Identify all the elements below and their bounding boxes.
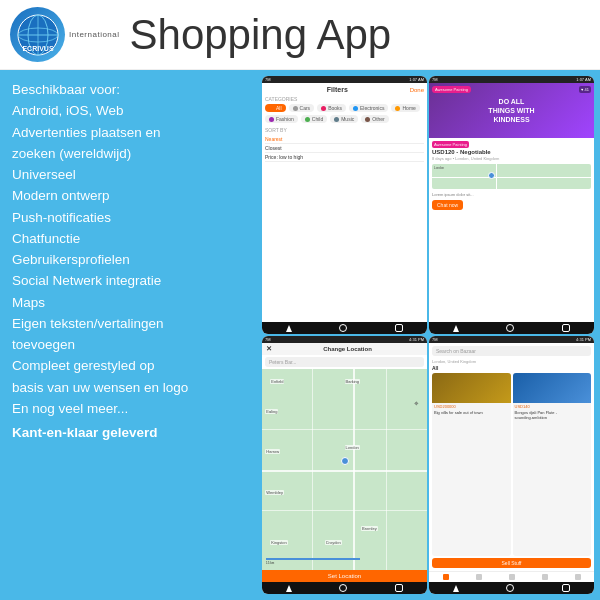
- chip-all[interactable]: All: [265, 104, 286, 112]
- bazaar-search[interactable]: Search on Bazaar: [432, 346, 591, 356]
- feature-line-10: Maps: [12, 293, 248, 313]
- tab-profile[interactable]: [575, 574, 581, 580]
- status-bar-1: 7M 1:07 AM: [262, 76, 427, 83]
- sort-nearest[interactable]: Nearest: [265, 135, 424, 144]
- map-label-wembley: Wembley: [265, 490, 284, 495]
- sort-closest[interactable]: Closest: [265, 144, 424, 153]
- globe-icon: ECRIVUS: [16, 13, 60, 57]
- logo-circle: ECRIVUS: [10, 7, 65, 62]
- map-background: Enfield Barking Ealing Harrow Wembley Br…: [262, 369, 427, 570]
- filter-chips: All Cars Books Electronics: [265, 104, 424, 123]
- listing-1[interactable]: USD200000 Big villa for sale out of town: [432, 373, 511, 556]
- status-bar-3: 7M 4:31 PM: [262, 336, 427, 343]
- listing-title-2: Bongos djali Pan Flute - sounding.ambiti…: [513, 410, 592, 420]
- location-search[interactable]: Peters Bar...: [265, 357, 424, 367]
- publisher-badge: Awesome Painting: [432, 141, 469, 148]
- left-column: Beschikbaar voor: Android, iOS, Web Adve…: [0, 70, 260, 600]
- listing-2[interactable]: USD140 Bongos djali Pan Flute - sounding…: [513, 373, 592, 556]
- road-h2: [262, 470, 427, 472]
- home-btn-3[interactable]: [339, 584, 347, 592]
- chip-child-label: Child: [312, 116, 323, 122]
- product-price: USD120 - Negotiable: [432, 149, 591, 155]
- sort-price[interactable]: Price: low to high: [265, 153, 424, 162]
- chip-music[interactable]: Music: [330, 115, 358, 123]
- recent-btn-1[interactable]: [395, 324, 403, 332]
- feature-line-13: Compleet gerestyled op: [12, 356, 248, 376]
- listing-img-2: [513, 373, 592, 403]
- filters-done[interactable]: Done: [410, 87, 424, 93]
- feature-line-8: Gebruikersprofielen: [12, 250, 248, 270]
- feature-line-bold: Kant-en-klaar geleverd: [12, 423, 248, 443]
- status-right-3: 4:31 PM: [409, 337, 424, 342]
- chip-other[interactable]: Other: [361, 115, 389, 123]
- sort-section: SORT BY Nearest Closest Price: low to hi…: [265, 127, 424, 162]
- chip-other-label: Other: [372, 116, 385, 122]
- listing-title-1: Big villa for sale out of town: [432, 410, 511, 415]
- chip-cars-label: Cars: [300, 105, 311, 111]
- recent-btn-3[interactable]: [395, 584, 403, 592]
- chat-now-button[interactable]: Chat now: [432, 200, 463, 210]
- close-icon-map[interactable]: ✕: [266, 345, 272, 353]
- road-v1: [312, 369, 313, 570]
- screen-map: 7M 4:31 PM ✕ Change Location Peters Bar.…: [262, 336, 427, 594]
- home-btn-2[interactable]: [506, 324, 514, 332]
- chip-books-label: Books: [328, 105, 342, 111]
- listing-img-1: [432, 373, 511, 403]
- set-location-button[interactable]: Set Location: [262, 570, 427, 582]
- status-left-1: 7M: [265, 77, 271, 82]
- all-label: All: [429, 365, 594, 371]
- sell-stuff-button[interactable]: Sell Stuff: [432, 558, 591, 568]
- recent-btn-2[interactable]: [562, 324, 570, 332]
- back-btn-2[interactable]: [453, 325, 459, 332]
- product-slogan: DO ALLTHINGS WITHKINDNESS: [488, 97, 534, 124]
- title-light: App: [307, 11, 391, 58]
- feature-line-1: Android, iOS, Web: [12, 101, 248, 121]
- product-detail: Awesome Painting USD120 - Negotiable 8 d…: [429, 138, 594, 322]
- chip-fashion[interactable]: Fashion: [265, 115, 298, 123]
- screen-listings: 7M 4:31 PM Search on Bazaar London, Unit…: [429, 336, 594, 594]
- status-bar-2: 7M 1:07 AM: [429, 76, 594, 83]
- map-label-bromley: Bromley: [361, 526, 378, 531]
- location-meta: London, United Kingdom: [429, 359, 594, 364]
- feature-line-4: Universeel: [12, 165, 248, 185]
- locate-me-icon[interactable]: ⌖: [414, 399, 419, 409]
- tab-search[interactable]: [476, 574, 482, 580]
- road-h3: [262, 510, 427, 511]
- tab-home[interactable]: [443, 574, 449, 580]
- nav-bar-4: [429, 582, 594, 594]
- nav-bar-3: [262, 582, 427, 594]
- nav-bar-1: [262, 322, 427, 334]
- back-btn-4[interactable]: [453, 585, 459, 592]
- chip-electronics[interactable]: Electronics: [349, 104, 388, 112]
- map-city-label: London: [434, 166, 444, 170]
- tab-messages[interactable]: [509, 574, 515, 580]
- chip-child[interactable]: Child: [301, 115, 327, 123]
- map-label-barking: Barking: [345, 379, 361, 384]
- chip-electronics-label: Electronics: [360, 105, 384, 111]
- product-desc: Lorem ipsum dolor sit...: [432, 192, 591, 197]
- map-label-ealing: Ealing: [265, 409, 278, 414]
- home-btn-1[interactable]: [339, 324, 347, 332]
- home-btn-4[interactable]: [506, 584, 514, 592]
- chip-home[interactable]: Home: [391, 104, 419, 112]
- svg-text:ECRIVUS: ECRIVUS: [22, 45, 53, 52]
- map-label-croydon: Croydon: [325, 540, 342, 545]
- back-btn-1[interactable]: [286, 325, 292, 332]
- feature-line-9: Social Netwerk integratie: [12, 271, 248, 291]
- back-btn-3[interactable]: [286, 585, 292, 592]
- chip-cars[interactable]: Cars: [289, 104, 315, 112]
- road-v2: [353, 369, 355, 570]
- screen-product: 7M 1:07 AM Awesome Painting DO ALLTHINGS…: [429, 76, 594, 334]
- header-title: Shopping App: [130, 14, 392, 56]
- filters-title: Filters: [265, 86, 410, 93]
- chip-home-label: Home: [402, 105, 415, 111]
- chip-fashion-label: Fashion: [276, 116, 294, 122]
- chip-books[interactable]: Books: [317, 104, 346, 112]
- screen-filters: 7M 1:07 AM Filters Done CATEGORIES All C: [262, 76, 427, 334]
- change-location-title: Change Location: [323, 346, 372, 352]
- product-meta: 8 days ago • London, United Kingdom: [432, 156, 591, 161]
- map-label-harrow: Harrow: [265, 449, 280, 454]
- recent-btn-4[interactable]: [562, 584, 570, 592]
- app-header: ECRIVUS International Shopping App: [0, 0, 600, 70]
- tab-notifications[interactable]: [542, 574, 548, 580]
